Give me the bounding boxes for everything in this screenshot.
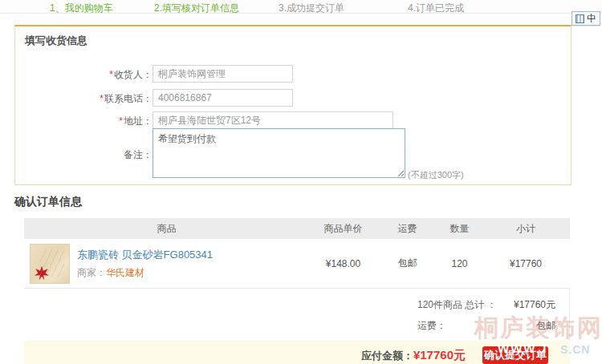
header-subtotal: 小计 bbox=[482, 222, 570, 236]
delivery-panel-title: 填写收货信息 bbox=[25, 34, 87, 48]
confirm-submit-order-button[interactable]: 确认提交订单 bbox=[482, 346, 548, 364]
step-fill-order-info: 2.填写核对订单信息 bbox=[154, 2, 239, 15]
header-shipping: 运费 bbox=[377, 222, 437, 236]
step-submit-order: 3.成功提交订单 bbox=[279, 2, 344, 15]
payable-amount: 应付金额：¥17760元 bbox=[361, 348, 466, 363]
header-quantity: 数量 bbox=[437, 222, 482, 236]
remark-label: 备注： bbox=[19, 148, 153, 162]
remark-textarea[interactable]: 希望货到付款 bbox=[153, 128, 405, 178]
checkout-page: 1、我的购物车 2.填写核对订单信息 3.成功提交订单 4.订单已完成 中 填写… bbox=[0, 0, 602, 364]
payable-value: ¥17760元 bbox=[413, 348, 466, 362]
summary-total-label: 120件商品 总计 ： bbox=[417, 298, 497, 312]
remark-char-limit-hint: (不超过300字) bbox=[408, 169, 464, 181]
step-my-cart[interactable]: 1、我的购物车 bbox=[50, 2, 113, 15]
order-item-row: 东鹏瓷砖 贝金砂岩FG805341 商家：华氏建材 ¥148.00 包邮 120… bbox=[24, 239, 570, 289]
delivery-info-panel: 填写收货信息 *收货人： *联系电话： *地址： 备注： 希望货到付款 (不超过… bbox=[14, 25, 571, 185]
merchant-line: 商家：华氏建材 bbox=[77, 266, 213, 280]
phone-label: *联系电话： bbox=[19, 92, 153, 106]
order-summary: 120件商品 总计 ： ¥17760元 运费： 包邮 bbox=[24, 289, 570, 342]
order-table-header: 商品 商品单价 运费 数量 小计 bbox=[24, 218, 570, 239]
summary-shipping-value: 包邮 bbox=[536, 319, 555, 333]
address-label: *地址： bbox=[19, 115, 153, 128]
order-table: 商品 商品单价 运费 数量 小计 东鹏瓷砖 贝金砂岩FG805341 商家：华氏… bbox=[24, 218, 570, 342]
order-confirm-title: 确认订单信息 bbox=[14, 195, 82, 209]
consignee-input[interactable] bbox=[153, 65, 293, 83]
address-input[interactable] bbox=[153, 111, 393, 129]
product-cell: 东鹏瓷砖 贝金砂岩FG805341 商家：华氏建材 bbox=[24, 244, 309, 284]
required-mark: * bbox=[119, 115, 123, 127]
keyboard-icon bbox=[576, 14, 584, 23]
payment-footer-bar: 应付金额：¥17760元 确认提交订单 bbox=[24, 341, 570, 364]
item-subtotal: ¥17760 bbox=[482, 258, 570, 269]
checkout-steps: 1、我的购物车 2.填写核对订单信息 3.成功提交订单 4.订单已完成 bbox=[0, 0, 602, 14]
product-thumbnail[interactable] bbox=[30, 244, 70, 284]
step-order-complete: 4.订单已完成 bbox=[408, 2, 464, 15]
phone-input[interactable] bbox=[153, 89, 293, 107]
ime-language-indicator[interactable]: 中 bbox=[571, 11, 600, 26]
payable-label: 应付金额： bbox=[361, 350, 413, 362]
product-info: 东鹏瓷砖 贝金砂岩FG805341 商家：华氏建材 bbox=[77, 248, 213, 280]
summary-shipping-label: 运费： bbox=[417, 319, 446, 333]
item-quantity: 120 bbox=[437, 258, 482, 269]
summary-total-value: ¥17760元 bbox=[514, 298, 555, 312]
merchant-link[interactable]: 华氏建材 bbox=[106, 267, 144, 278]
header-product: 商品 bbox=[24, 222, 309, 236]
product-name-link[interactable]: 东鹏瓷砖 贝金砂岩FG805341 bbox=[77, 248, 213, 262]
ime-mode-label: 中 bbox=[587, 12, 596, 26]
item-shipping: 包邮 bbox=[377, 257, 437, 270]
header-unit-price: 商品单价 bbox=[309, 222, 377, 236]
required-mark: * bbox=[100, 93, 104, 104]
consignee-label: *收货人： bbox=[19, 68, 153, 82]
required-mark: * bbox=[109, 69, 113, 80]
brand-seal-icon bbox=[35, 266, 49, 281]
item-unit-price: ¥148.00 bbox=[309, 258, 377, 269]
